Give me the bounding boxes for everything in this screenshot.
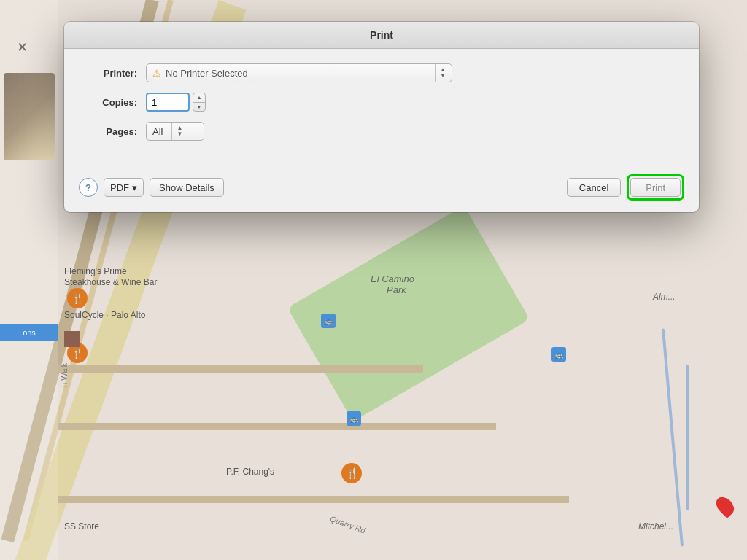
- pages-dropdown[interactable]: All ▲ ▼: [146, 122, 204, 141]
- map-pin: [713, 494, 738, 518]
- pdf-button[interactable]: PDF ▾: [104, 178, 144, 197]
- dialog-title: Print: [64, 22, 699, 49]
- map-label-soulcycle: SoulCycle · Palo Alto: [64, 310, 145, 320]
- printer-value: No Printer Selected: [166, 68, 248, 79]
- map-label-quarry: Quarry Rd: [329, 514, 367, 535]
- bus-icon-3: 🚌: [347, 411, 361, 426]
- print-dialog: Print Printer: ⚠ No Printer Selected ▲ ▼…: [64, 22, 699, 212]
- copies-up-arrow[interactable]: ▲: [193, 93, 205, 102]
- map-label-fleming1: Fleming's Prime: [64, 266, 127, 276]
- map-label-fleming2: Steakhouse & Wine Bar: [64, 277, 157, 287]
- pages-label: Pages:: [86, 126, 137, 137]
- copies-wrapper: ▲ ▼: [146, 93, 206, 112]
- printer-warning-icon: ⚠: [152, 68, 161, 79]
- close-button[interactable]: ✕: [11, 36, 33, 58]
- close-icon: ✕: [17, 39, 28, 55]
- sidebar-image: [4, 73, 55, 160]
- pdf-label: PDF: [110, 182, 129, 193]
- copies-input[interactable]: [146, 93, 190, 112]
- bus-icon-1: 🚌: [321, 314, 336, 328]
- cancel-label: Cancel: [579, 182, 608, 193]
- pages-row: Pages: All ▲ ▼: [86, 122, 677, 141]
- print-button[interactable]: Print: [630, 178, 681, 197]
- show-details-button[interactable]: Show Details: [150, 178, 224, 197]
- soulcycle-icon: [64, 331, 80, 347]
- printer-stepper[interactable]: ▲ ▼: [435, 64, 446, 82]
- dialog-content: Printer: ⚠ No Printer Selected ▲ ▼ Copie…: [64, 49, 699, 166]
- copies-stepper[interactable]: ▲ ▼: [193, 93, 206, 112]
- printer-arrow-down: ▼: [440, 73, 446, 79]
- print-button-highlight: Print: [627, 174, 684, 201]
- help-icon: ?: [85, 182, 91, 193]
- show-details-label: Show Details: [159, 182, 214, 193]
- road-blue2: [686, 365, 689, 510]
- pdf-arrow-icon: ▾: [132, 182, 137, 193]
- road-blue: [662, 328, 684, 546]
- road-h2: [58, 423, 496, 430]
- map-label-alma: Alm...: [653, 292, 676, 302]
- cancel-button[interactable]: Cancel: [567, 178, 621, 197]
- map-label-ss: SS Store: [64, 521, 99, 532]
- copies-row: Copies: ▲ ▼: [86, 93, 677, 112]
- map-label-walk: n Walk: [60, 363, 69, 387]
- printer-row: Printer: ⚠ No Printer Selected ▲ ▼: [86, 63, 677, 82]
- sidebar: ✕ ons: [0, 0, 58, 560]
- map-label-elcamino1: El Camino: [371, 273, 414, 284]
- pages-arrow-down: ▼: [177, 131, 182, 137]
- map-label-pfchangs: P.F. Chang's: [226, 467, 274, 477]
- road-h3: [58, 496, 569, 503]
- copies-label: Copies:: [86, 97, 137, 108]
- help-button[interactable]: ?: [79, 178, 98, 197]
- road-h1: [58, 365, 423, 373]
- dialog-footer: ? PDF ▾ Show Details Cancel Print: [64, 166, 699, 212]
- pages-value: All: [152, 126, 163, 137]
- printer-dropdown[interactable]: ⚠ No Printer Selected ▲ ▼: [146, 63, 452, 82]
- sidebar-label[interactable]: ons: [0, 324, 58, 341]
- restaurant-icon-1: 🍴: [67, 288, 88, 308]
- printer-label: Printer:: [86, 68, 137, 79]
- print-label: Print: [646, 182, 665, 193]
- copies-down-arrow[interactable]: ▼: [193, 103, 205, 112]
- bus-icon-2: 🚌: [551, 347, 566, 362]
- map-label-mitchell: Mitchel...: [638, 521, 673, 532]
- map-label-elcamino2: Park: [387, 284, 406, 295]
- pages-stepper[interactable]: ▲ ▼: [171, 122, 182, 140]
- restaurant-icon-3: 🍴: [341, 463, 362, 483]
